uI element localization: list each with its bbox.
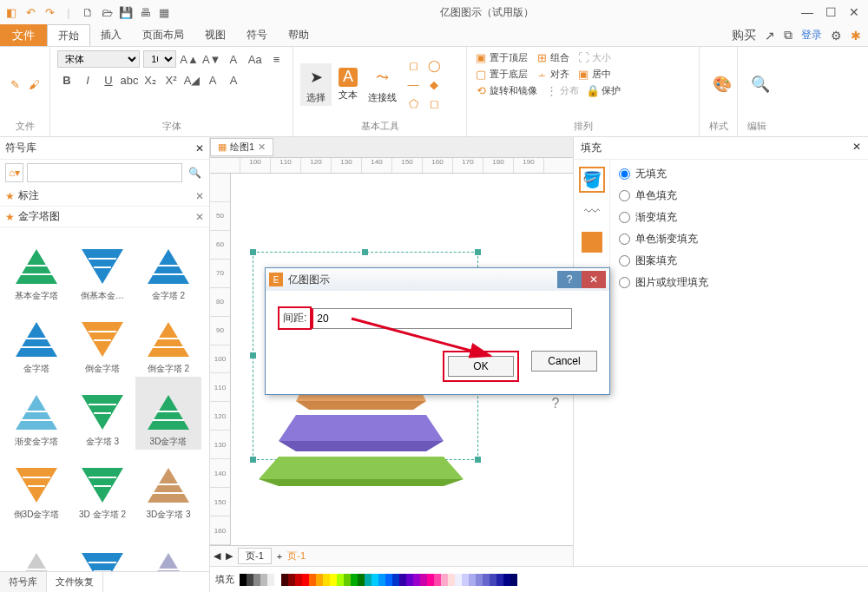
dialog-help-button[interactable]: ? [557,271,582,288]
search-input[interactable] [27,163,182,182]
save-icon[interactable]: 💾 [118,4,134,20]
bold-button[interactable]: B [57,71,76,89]
page-prev-button[interactable]: ◀ [214,550,220,562]
dialog-close-button[interactable]: ✕ [582,271,606,288]
connector-tool[interactable]: ⤳连接线 [365,63,400,106]
shape-item[interactable]: 倒金字塔 2 [135,304,201,377]
shape-item[interactable]: 倒金字塔 [69,304,135,377]
tab-home[interactable]: 开始 [47,24,90,46]
new-icon[interactable]: 🗋 [80,4,95,20]
fill-option[interactable]: 图片或纹理填充 [619,275,859,290]
cancel-button[interactable]: Cancel [531,351,597,372]
fill-option[interactable]: 无填充 [619,167,859,181]
send-back-icon[interactable]: ▢ [474,67,488,81]
fill-option[interactable]: 渐变填充 [619,210,859,225]
change-case-icon[interactable]: Aa [246,50,264,68]
color-swatches[interactable] [240,574,517,586]
close-button[interactable]: ✕ [849,5,859,19]
grow-font-icon[interactable]: A▲ [180,50,199,68]
search-icon[interactable]: 🔍 [186,163,204,182]
distribute-icon[interactable]: ⋮ [544,83,558,97]
text-tool[interactable]: A文本 [335,66,361,103]
preview-icon[interactable]: ▦ [156,4,172,20]
strike-button[interactable]: abc [120,71,139,89]
lock-icon[interactable]: 🔒 [586,83,600,97]
file-tab[interactable]: 文件 [0,24,47,46]
undo-icon[interactable]: ↶ [23,4,38,20]
square-shape-icon[interactable]: ◻ [424,95,444,112]
bring-front-icon[interactable]: ▣ [474,50,488,64]
close-icon[interactable]: ✕ [195,190,204,202]
gear-icon[interactable]: ⚙ [831,29,842,43]
diamond-shape-icon[interactable]: ◆ [424,76,444,93]
fill-option[interactable]: 单色填充 [619,188,859,203]
shape-item[interactable]: 金字塔 [3,304,69,377]
close-icon[interactable]: ✕ [852,141,861,155]
page-next-button[interactable]: ▶ [226,550,233,562]
ok-button[interactable]: OK [448,356,514,377]
open-icon[interactable]: 🗁 [99,4,115,20]
tab-page-layout[interactable]: 页面布局 [132,24,194,46]
footer-tab-recovery[interactable]: 文件恢复 [47,572,103,592]
more-icon[interactable]: ⧉ [784,28,792,43]
maximize-button[interactable]: ☐ [825,5,837,19]
align-obj-icon[interactable]: ⫠ [535,67,549,81]
shape-item[interactable]: 倒3D金字塔 [3,450,69,523]
color-swatch-icon[interactable] [582,232,602,253]
spacing-input[interactable] [312,308,572,329]
redo-icon[interactable]: ↷ [42,4,57,20]
center-icon[interactable]: ▣ [576,67,590,81]
tab-insert[interactable]: 插入 [90,24,132,46]
underline-button[interactable]: U [99,71,118,89]
help-icon[interactable]: ? [552,396,560,411]
tab-help[interactable]: 帮助 [278,24,319,46]
page-tab[interactable]: 页-1 [238,548,272,564]
size-icon[interactable]: ⛶ [576,50,590,64]
rect-shape-icon[interactable]: ◻ [404,56,423,74]
close-icon[interactable]: ✕ [195,142,204,155]
style-button[interactable]: 🎨 [707,70,738,98]
footer-tab-library[interactable]: 符号库 [0,572,47,592]
subscript-button[interactable]: X₂ [141,71,160,89]
shape-item[interactable] [3,523,69,571]
close-icon[interactable]: ✕ [258,141,266,153]
font-name-select[interactable]: 宋体 [57,50,140,68]
buy-link[interactable]: 购买 [732,28,756,43]
shape-item[interactable] [69,523,135,571]
fill-option[interactable]: 单色渐变填充 [619,232,859,247]
shape-item[interactable]: 基本金字塔 [3,231,69,304]
shape-item[interactable]: 金字塔 3 [69,377,135,450]
brush-icon[interactable]: ✎ [7,76,23,93]
font-color-icon[interactable]: A [224,50,242,68]
shape-item[interactable]: 倒基本金… [69,231,135,304]
format-painter-icon[interactable]: 🖌 [27,76,43,93]
highlight-button[interactable]: A◢ [182,71,201,89]
add-page-button[interactable]: + [277,551,282,562]
shape-item[interactable]: 渐变金字塔 [3,377,69,450]
shrink-font-icon[interactable]: A▼ [202,50,221,68]
edit-button[interactable]: 🔍 [745,70,776,98]
select-tool[interactable]: ➤选择 [300,63,332,106]
share-icon[interactable]: ↗ [765,29,775,43]
document-tab[interactable]: ▦绘图1✕ [210,138,273,156]
category-pyramid[interactable]: ★金字塔图✕ [0,207,209,227]
circle-shape-icon[interactable]: ◯ [424,56,444,74]
category-callout[interactable]: ★标注✕ [0,186,209,207]
line-icon[interactable]: 〰 [584,203,600,221]
shape-item[interactable] [135,523,201,571]
tab-view[interactable]: 视图 [194,24,236,46]
tab-symbol[interactable]: 符号 [236,24,278,46]
fill-bucket-icon[interactable]: 🪣 [579,167,605,193]
minimize-button[interactable]: — [801,5,813,19]
login-link[interactable]: 登录 [801,28,822,43]
text-effects-button[interactable]: A [224,71,243,89]
shape-item[interactable]: 金字塔 2 [135,231,201,304]
shape-item[interactable]: 3D 金字塔 2 [69,450,135,523]
italic-button[interactable]: I [78,71,97,89]
font-size-select[interactable]: 10 [143,50,176,68]
fill-option[interactable]: 图案填充 [619,253,859,268]
text-color-button[interactable]: A [203,71,222,89]
line-shape-icon[interactable]: — [404,76,423,93]
close-icon[interactable]: ✕ [195,211,204,223]
shape-item[interactable]: 3D金字塔 [135,377,201,450]
